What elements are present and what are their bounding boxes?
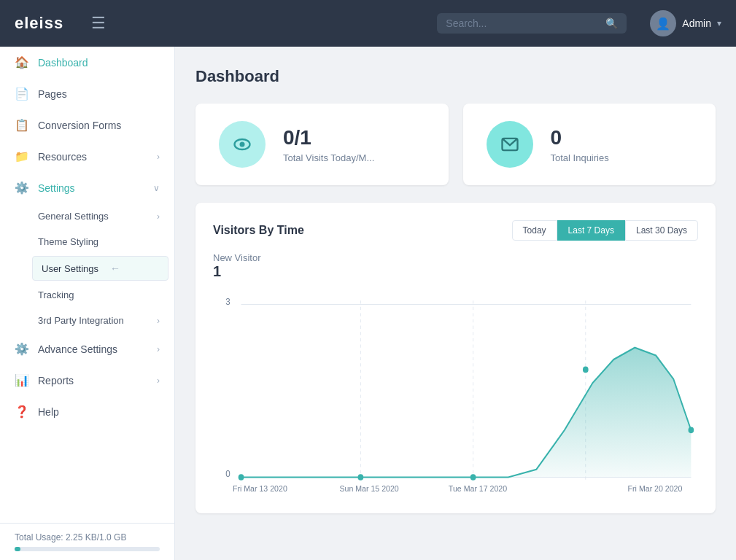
user-settings-label: User Settings [42, 263, 98, 274]
top-navigation: eleiss ☰ 🔍 👤 Admin ▾ [0, 0, 736, 47]
back-arrow-icon: ← [110, 262, 120, 274]
chart-filters: Today Last 7 Days Last 30 Days [512, 220, 698, 241]
pages-icon: 📄 [15, 87, 29, 101]
inquiries-info: 0 Total Inquiries [551, 126, 609, 163]
sidebar-item-reports[interactable]: 📊 Reports › [0, 365, 174, 396]
visitors-chart: 3 0 [213, 289, 698, 493]
chart-body: 3 0 [213, 289, 698, 496]
chart-area-fill [241, 348, 692, 478]
sidebar-item-dashboard[interactable]: 🏠 Dashboard [0, 47, 174, 78]
chevron-right-icon: › [157, 344, 160, 354]
eye-icon [232, 134, 252, 155]
sidebar-item-label: Settings [38, 182, 75, 194]
usage-bar-fill [15, 547, 20, 551]
inquiries-number: 0 [551, 126, 609, 149]
page-title: Dashboard [195, 67, 716, 86]
dashboard-icon: 🏠 [15, 55, 29, 69]
chevron-right-icon: › [157, 316, 160, 326]
data-point [470, 474, 476, 481]
x-label-2: Sun Mar 15 2020 [339, 483, 398, 493]
avatar: 👤 [650, 10, 676, 36]
sidebar-item-label: Conversion Forms [38, 120, 121, 131]
svg-point-1 [240, 142, 245, 147]
chevron-down-settings-icon: ∨ [153, 183, 160, 193]
user-menu[interactable]: 👤 Admin ▾ [650, 10, 721, 36]
chart-visitor-label: New Visitor [213, 252, 698, 263]
general-settings-label: General Settings [38, 211, 109, 222]
search-bar: 🔍 [437, 13, 627, 34]
layout: 🏠 Dashboard 📄 Pages 📋 Conversion Forms 📁… [0, 47, 736, 560]
resources-icon: 📁 [15, 149, 29, 163]
visits-number: 0/1 [283, 126, 374, 149]
sidebar-sub-user-settings[interactable]: User Settings ← [32, 256, 168, 281]
sidebar-sub-tracking[interactable]: Tracking [0, 282, 174, 308]
usage-bar-background [15, 547, 160, 551]
sidebar-item-conversion-forms[interactable]: 📋 Conversion Forms [0, 109, 174, 141]
stat-card-visits: 0/1 Total Visits Today/M... [195, 104, 449, 185]
sidebar-item-label: Help [38, 406, 59, 418]
sidebar-item-label: Advance Settings [38, 343, 117, 355]
stats-row: 0/1 Total Visits Today/M... 0 Total Inqu… [195, 104, 716, 185]
sidebar-item-label: Resources [38, 151, 87, 163]
forms-icon: 📋 [15, 118, 29, 132]
data-point [358, 474, 364, 481]
filter-today[interactable]: Today [512, 220, 557, 241]
sidebar-sub-theme-styling[interactable]: Theme Styling [0, 229, 174, 254]
sidebar-item-label: Reports [38, 375, 74, 386]
chevron-right-icon: › [157, 152, 160, 162]
chart-visitor-info: New Visitor 1 [213, 252, 698, 280]
filter-last30[interactable]: Last 30 Days [625, 220, 698, 241]
main-content: Dashboard 0/1 Total Visits Today/M... [175, 47, 736, 560]
search-icon: 🔍 [605, 18, 618, 29]
x-label-3: Tue Mar 17 2020 [449, 483, 507, 493]
sidebar-sub-general-settings[interactable]: General Settings › [0, 203, 174, 229]
user-name: Admin [682, 18, 711, 29]
visits-info: 0/1 Total Visits Today/M... [283, 126, 374, 163]
reports-icon: 📊 [15, 373, 29, 387]
visits-label: Total Visits Today/M... [283, 152, 374, 163]
x-label-1: Fri Mar 13 2020 [233, 483, 287, 493]
chart-header: Visitors By Time Today Last 7 Days Last … [213, 220, 698, 241]
visits-icon-circle [219, 121, 266, 168]
settings-icon: ⚙️ [15, 181, 29, 195]
chevron-right-icon: › [157, 376, 160, 386]
sidebar-item-advance-settings[interactable]: ⚙️ Advance Settings › [0, 333, 174, 365]
sidebar-item-label: Pages [38, 88, 67, 100]
advance-settings-icon: ⚙️ [15, 342, 29, 356]
chart-card: Visitors By Time Today Last 7 Days Last … [195, 203, 716, 513]
inquiries-label: Total Inquiries [551, 152, 609, 163]
sidebar-item-help[interactable]: ❓ Help [0, 396, 174, 427]
settings-submenu: General Settings › Theme Styling User Se… [0, 203, 174, 333]
inquiries-icon-circle [487, 121, 533, 168]
y-label-3: 3 [225, 296, 231, 307]
help-icon: ❓ [15, 405, 29, 419]
y-label-0: 0 [225, 469, 231, 480]
logo: eleiss [15, 14, 63, 33]
data-point [689, 427, 694, 434]
chart-title: Visitors By Time [213, 224, 304, 237]
chart-visitor-count: 1 [213, 263, 698, 280]
3rd-party-label: 3rd Party Integration [38, 315, 124, 326]
sidebar-footer: Total Usage: 2.25 KB/1.0 GB [0, 523, 174, 560]
sidebar: 🏠 Dashboard 📄 Pages 📋 Conversion Forms 📁… [0, 47, 175, 560]
sidebar-sub-3rd-party[interactable]: 3rd Party Integration › [0, 308, 174, 333]
sidebar-item-label: Dashboard [38, 57, 88, 69]
tracking-label: Tracking [38, 289, 74, 300]
hamburger-icon[interactable]: ☰ [85, 11, 112, 36]
chevron-down-icon: ▾ [717, 18, 721, 28]
usage-label: Total Usage: 2.25 KB/1.0 GB [15, 532, 126, 542]
sidebar-item-settings[interactable]: ⚙️ Settings ∨ [0, 172, 174, 203]
stat-card-inquiries: 0 Total Inquiries [463, 104, 716, 185]
sidebar-item-resources[interactable]: 📁 Resources › [0, 141, 174, 172]
chevron-right-icon: › [157, 211, 160, 222]
search-input[interactable] [446, 18, 600, 29]
sidebar-item-pages[interactable]: 📄 Pages [0, 78, 174, 109]
mail-icon [500, 134, 520, 155]
theme-styling-label: Theme Styling [38, 236, 98, 247]
data-point [583, 367, 589, 373]
filter-last7[interactable]: Last 7 Days [557, 220, 625, 241]
x-label-4: Fri Mar 20 2020 [628, 483, 683, 493]
data-point [239, 474, 244, 481]
